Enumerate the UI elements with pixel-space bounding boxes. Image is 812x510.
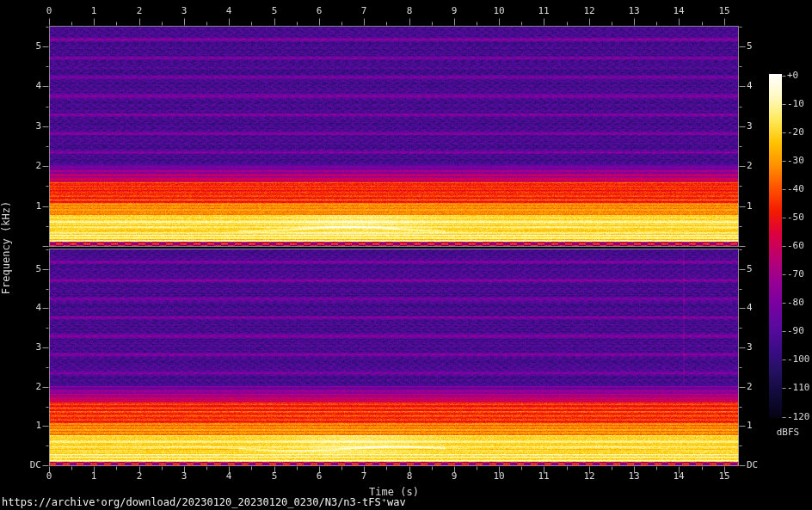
source-url-text: https://archive⁺org/download/20230120_20… <box>2 496 406 508</box>
spectrogram-channel-1 <box>49 26 739 247</box>
frequency-axis-label: Frequency (kHz) <box>0 162 12 334</box>
spectrogram-screen: Frequency (kHz) 001122334455667788991010… <box>0 0 812 510</box>
colorbar-unit-label: dBFS <box>768 427 808 438</box>
spectrogram-channel-2 <box>49 249 739 466</box>
